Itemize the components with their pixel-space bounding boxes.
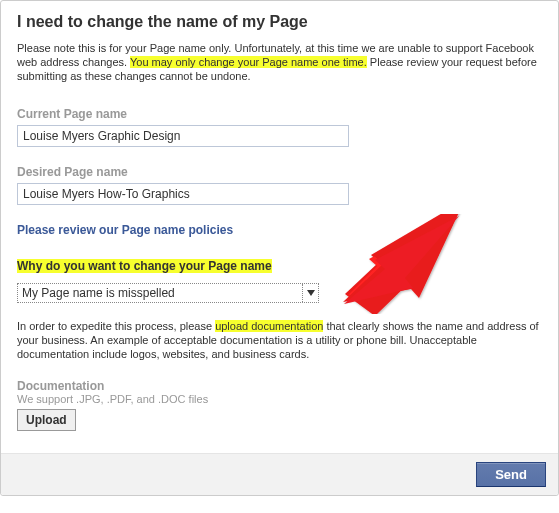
documentation-label: Documentation xyxy=(17,379,542,393)
expedite-text: In order to expedite this process, pleas… xyxy=(17,319,542,361)
current-name-input[interactable] xyxy=(17,125,349,147)
upload-button[interactable]: Upload xyxy=(17,409,76,431)
documentation-support: We support .JPG, .PDF, and .DOC files xyxy=(17,393,542,405)
current-name-group: Current Page name xyxy=(17,107,542,147)
policy-link[interactable]: Please review our Page name policies xyxy=(17,223,233,237)
why-dropdown-wrap[interactable]: My Page name is misspelled xyxy=(17,283,319,303)
dialog-footer: Send xyxy=(1,453,558,495)
page-name-change-dialog: I need to change the name of my Page Ple… xyxy=(0,0,559,496)
expedite-highlight: upload documentation xyxy=(215,320,323,332)
why-dropdown[interactable]: My Page name is misspelled xyxy=(17,283,319,303)
intro-text: Please note this is for your Page name o… xyxy=(17,41,542,83)
desired-name-label: Desired Page name xyxy=(17,165,542,179)
why-group: Why do you want to change your Page name xyxy=(17,259,542,283)
documentation-section: Documentation We support .JPG, .PDF, and… xyxy=(17,379,542,431)
desired-name-input[interactable] xyxy=(17,183,349,205)
dialog-body: I need to change the name of my Page Ple… xyxy=(1,1,558,453)
current-name-label: Current Page name xyxy=(17,107,542,121)
why-label: Why do you want to change your Page name xyxy=(17,259,272,273)
dialog-title: I need to change the name of my Page xyxy=(17,13,542,31)
expedite-part1: In order to expedite this process, pleas… xyxy=(17,320,215,332)
intro-highlight: You may only change your Page name one t… xyxy=(130,56,367,68)
desired-name-group: Desired Page name xyxy=(17,165,542,205)
send-button[interactable]: Send xyxy=(476,462,546,487)
